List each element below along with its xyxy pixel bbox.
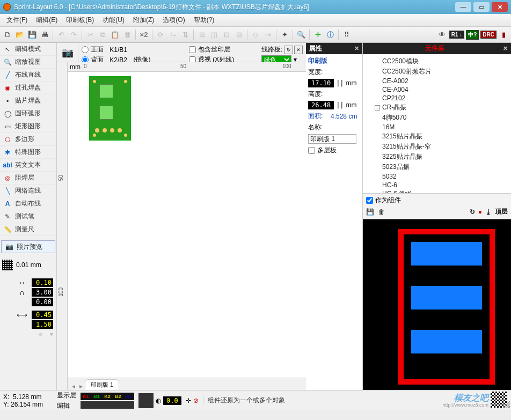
minimize-button[interactable]: — [455, 2, 471, 12]
duplicate-icon[interactable]: ×2 [138, 30, 149, 40]
angle-dial-icon[interactable]: ◐ [156, 397, 161, 404]
tab-scroll-left[interactable]: ◂ [70, 382, 77, 390]
tree-item[interactable]: CE-A004 [366, 85, 508, 94]
new-file-icon[interactable]: 🗋 [2, 30, 13, 40]
menu-board[interactable]: 印刷板(B) [62, 14, 98, 26]
marker-icon[interactable]: ▮ [498, 30, 509, 40]
layer-swatch[interactable]: U [123, 393, 134, 400]
r1-badge[interactable]: R1 ↓ [449, 31, 465, 39]
dim-value-2[interactable]: 0.00 [32, 298, 53, 306]
tool-mask[interactable]: ◎阻焊层 [0, 172, 56, 185]
search-icon[interactable]: 🔍 [296, 30, 306, 40]
tool-rect[interactable]: ▭矩形图形 [0, 120, 56, 133]
tree-item[interactable]: CP2102 [366, 94, 508, 102]
open-file-icon[interactable]: 📂 [14, 30, 25, 40]
paste-icon[interactable]: 📋 [110, 30, 120, 40]
checkbox-silk[interactable]: 包含丝印层 [189, 45, 234, 54]
layer-swatch[interactable]: B1 [91, 393, 102, 400]
cn-badge[interactable]: 中? [466, 30, 479, 40]
group-icon[interactable]: ⊡ [221, 30, 232, 40]
crosshair-icon[interactable]: ✛ [312, 30, 323, 40]
tree-item[interactable]: CC2500模块 [366, 56, 508, 67]
props-width-value[interactable]: 17.10 [308, 79, 334, 87]
eye-icon[interactable]: 👁 [437, 30, 448, 40]
route-refresh-icon[interactable]: ↻ [284, 46, 293, 54]
tool-autoroute[interactable]: A自动布线 [0, 197, 56, 210]
grid-setting[interactable]: 0.01 mm [1, 257, 55, 272]
tree-item[interactable]: CC2500射频芯片 [366, 67, 508, 77]
menu-extra[interactable]: 附加(Z) [129, 14, 158, 26]
tree-item[interactable]: 3215贴片晶振 [366, 131, 508, 142]
rotate-icon[interactable]: ⟳ [155, 30, 166, 40]
mirror-v-icon[interactable]: ⇅ [180, 30, 191, 40]
layer-swatch[interactable]: K1 [81, 393, 91, 400]
align-icon[interactable]: ⊞ [196, 30, 207, 40]
comp-record-icon[interactable]: ● [478, 208, 482, 216]
menu-edit[interactable]: 编辑(E) [32, 14, 62, 26]
comp-save-icon[interactable]: 💾 [366, 208, 374, 216]
tool-trace[interactable]: ╱布线直线 [0, 69, 56, 82]
resize-grip[interactable] [502, 401, 510, 408]
menu-function[interactable]: 功能(U) [98, 14, 129, 26]
menu-options[interactable]: 选项(O) [158, 14, 189, 26]
menu-file[interactable]: 文件(F) [2, 14, 32, 26]
tool-smd-pad[interactable]: ▪贴片焊盘 [0, 94, 56, 107]
undo-icon[interactable]: ↶ [56, 30, 67, 40]
redo-icon[interactable]: ↷ [68, 30, 79, 40]
tree-item[interactable]: 5023晶振 [366, 162, 508, 172]
tool-zoom[interactable]: 🔍缩放视图 [0, 56, 56, 69]
tool-edit-mode[interactable]: ↖编辑模式 [0, 43, 56, 56]
dots-icon[interactable]: ⠿ [341, 30, 352, 40]
link-icon[interactable]: ⇢ [262, 30, 273, 40]
tool-special[interactable]: ✱特殊图形 [0, 146, 56, 159]
drc-badge[interactable]: DRC [480, 31, 497, 39]
tree-item[interactable]: -CR-晶振 [366, 102, 508, 113]
props-multilayer-checkbox[interactable]: 多层板 [308, 146, 360, 155]
route-close-icon[interactable]: ✕ [294, 46, 303, 54]
tool-arc[interactable]: ◯圆环弧形 [0, 107, 56, 120]
dim-value-0[interactable]: 0.10 [32, 278, 53, 287]
layer-swatch[interactable]: K2 [102, 393, 113, 400]
toggle-icon[interactable]: ✦ [279, 30, 290, 40]
pcb-canvas[interactable] [68, 72, 306, 378]
dim-value-1[interactable]: 3.00 [32, 288, 53, 297]
mirror-h-icon[interactable]: ⇋ [167, 30, 178, 40]
radio-front[interactable]: 正面 K1/B1 [82, 45, 182, 54]
copy-icon[interactable]: ⧉ [97, 30, 108, 40]
component-tree[interactable]: CC2500模块CC2500射频芯片CE-A002CE-A004CP2102-C… [363, 54, 511, 194]
tree-item[interactable]: 4脚5070 [366, 113, 508, 123]
crosshair-status-icon[interactable]: ✛ [186, 397, 191, 404]
tool-netline[interactable]: ╲网络连线 [0, 185, 56, 197]
save-icon[interactable]: 💾 [27, 30, 38, 40]
props-name-input[interactable] [308, 134, 356, 144]
tree-item[interactable]: 3225贴片晶振 [366, 152, 508, 162]
tree-item[interactable]: CE-A002 [366, 77, 508, 85]
tool-photo-preview[interactable]: 📷照片预览 [1, 240, 55, 253]
comp-delete-icon[interactable]: 🗑 [378, 208, 385, 216]
close-button[interactable]: ✕ [492, 2, 508, 12]
as-component-checkbox[interactable]: 作为组件 [366, 196, 508, 205]
dim-value-4[interactable]: 1.50 [32, 320, 53, 329]
pcb-board[interactable] [89, 76, 131, 141]
print-icon[interactable]: 🖶 [39, 30, 50, 40]
props-height-value[interactable]: 26.48 [308, 101, 334, 109]
node-icon[interactable]: ◇ [250, 30, 261, 40]
tree-item[interactable]: HC-6 (flat) [366, 189, 508, 194]
comp-download-icon[interactable]: ⭳ [485, 208, 492, 216]
tool-text[interactable]: abI英文文本 [0, 159, 56, 172]
tool-via-pad[interactable]: ◉过孔焊盘 [0, 82, 56, 94]
dim-value-3[interactable]: 0.45 [32, 311, 53, 319]
tool-ruler[interactable]: 📏测量尺 [0, 223, 56, 236]
ungroup-icon[interactable]: ⊟ [233, 30, 244, 40]
cut-icon[interactable]: ✂ [85, 30, 96, 40]
info-icon[interactable]: ⓘ [325, 30, 335, 40]
board-tab-1[interactable]: 印刷版 1 [85, 379, 119, 390]
complib-close-icon[interactable]: ✕ [503, 45, 508, 52]
props-close-icon[interactable]: ✕ [354, 45, 359, 52]
tool-polygon[interactable]: ⬠多边形 [0, 133, 56, 146]
layer-display[interactable]: 显示层 编辑 [57, 391, 76, 410]
tree-item[interactable]: 3215贴片晶振-窄 [366, 142, 508, 152]
tree-item[interactable]: 16M [366, 123, 508, 131]
comp-rotate-icon[interactable]: ↻ [470, 208, 475, 216]
tool-testpen[interactable]: ✎测试笔 [0, 210, 56, 223]
